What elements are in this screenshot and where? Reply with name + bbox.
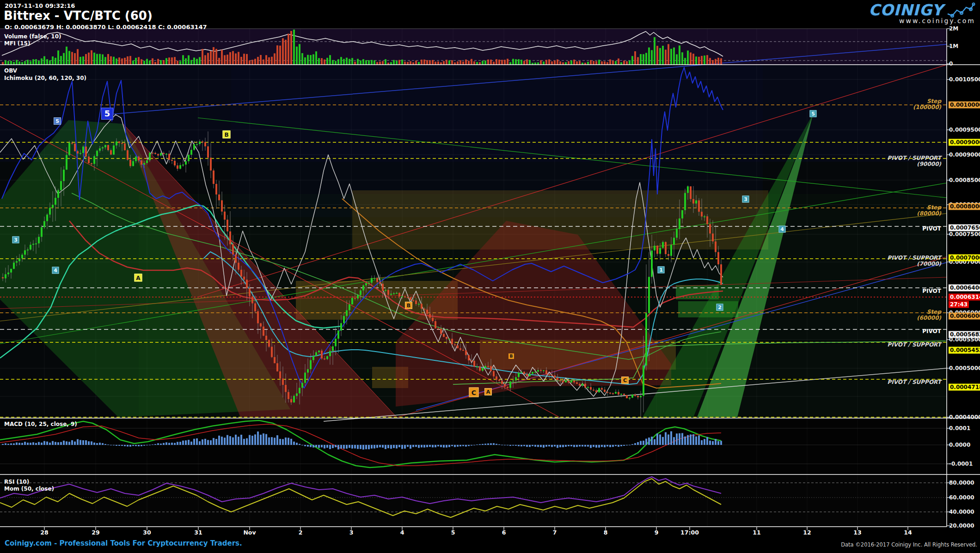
volume-indicator-label[interactable]: Volume (false, 10) (4, 33, 61, 40)
coinigy-wordmark: COINIGY (869, 1, 943, 19)
pattern-marker-b[interactable]: B (405, 302, 412, 309)
price-axis-tick-label: 0.00050000 (949, 365, 980, 372)
coinigy-logo[interactable]: COINIGY www.coinigy.com (869, 1, 975, 24)
price-level-callout: 0.00047185 (949, 384, 980, 391)
price-level-callout: 0.00070000 (949, 255, 980, 261)
time-axis-label: 8 (604, 529, 608, 536)
time-axis-label: 5 (451, 529, 455, 536)
pattern-marker-2[interactable]: 2 (717, 304, 723, 311)
pattern-marker-5[interactable]: 5 (810, 110, 817, 117)
time-axis-label: 14 (904, 529, 912, 536)
level-annotation: PIVOT / SUPPORT(90000) (887, 155, 941, 167)
level-annotation: Step(100000) (913, 98, 941, 110)
time-axis-label: 6 (502, 529, 506, 536)
pattern-marker-3[interactable]: 3 (12, 237, 19, 243)
level-annotation: PIVOT (922, 328, 941, 334)
time-axis-label: 2 (299, 529, 303, 536)
price-level-callout: 0.00090000 (949, 139, 980, 146)
price-axis-tick-label: 0.00075000 (949, 231, 980, 238)
pattern-marker-c[interactable]: C (621, 377, 629, 384)
price-level-callout: 0.00100000 (949, 102, 980, 109)
time-axis-label: 9 (655, 529, 659, 536)
time-axis-label: Nov (243, 529, 256, 536)
pattern-marker-b[interactable]: B (223, 131, 231, 139)
rsi-indicator-label[interactable]: RSI (10) (4, 479, 29, 485)
rsi-axis-label: 60.0000 (949, 494, 975, 501)
pattern-marker-5[interactable]: 5 (54, 117, 61, 125)
rsi-axis-label: 20.0000 (949, 523, 975, 529)
price-level-callout: 0.00054529 (949, 347, 980, 354)
level-annotation: PIVOT (922, 288, 941, 294)
sparkline-icon (946, 2, 975, 18)
pattern-marker-1[interactable]: 1 (658, 267, 665, 273)
price-axis-tick-label: 0.00105000 (949, 76, 980, 83)
volume-axis-label: 1M (949, 43, 959, 50)
pattern-marker-3[interactable]: 3 (742, 196, 749, 203)
macd-indicator-label[interactable]: MACD (10, 25, close, 9) (4, 421, 77, 427)
price-level-callout: 0.00080000 (949, 203, 980, 210)
time-axis-label: 7 (553, 529, 557, 536)
time-axis-label: 4 (400, 529, 404, 536)
time-axis-label: 3 (349, 529, 354, 536)
price-axis-tick-label: 0.00085000 (949, 177, 980, 184)
chart-timestamp: 2017-11-10 09:32:16 (5, 2, 75, 9)
level-annotation: PIVOT / SUPPORT(70000) (887, 255, 941, 267)
price-level-callout: 0.00064062 (949, 285, 980, 292)
mom-indicator-label[interactable]: Mom (50, close) (4, 486, 54, 492)
level-annotation: PIVOT (922, 226, 941, 232)
pattern-marker-4[interactable]: 4 (52, 267, 59, 274)
pattern-marker-a[interactable]: A (484, 388, 492, 395)
last-price-callout: 0.00063147 (949, 294, 980, 301)
time-axis-label: 31 (194, 529, 202, 536)
time-axis-label: 17:00 (680, 529, 699, 536)
volume-axis-label: 2M (949, 25, 959, 32)
footer-tagline[interactable]: Coinigy.com - Professional Tools For Cry… (5, 539, 242, 547)
rsi-axis-label: 80.0000 (949, 480, 975, 486)
time-axis-label: 28 (40, 529, 48, 536)
macd-axis-label: 0.0000 (949, 442, 971, 449)
rsi-axis-label: 40.0000 (949, 509, 975, 516)
level-annotation: PIVOT / SUPPORT (887, 379, 941, 385)
coinigy-chart-window: 2017-11-10 09:32:16 Bittrex - VTC/BTC (6… (0, 0, 980, 553)
price-level-callout: 0.00056831 (949, 331, 980, 338)
time-axis-label: 29 (92, 529, 99, 536)
mfi-indicator-label[interactable]: MFI (15) (4, 40, 30, 47)
pattern-marker-a[interactable]: A (135, 274, 142, 282)
chart-title: Bittrex - VTC/BTC (60) (4, 9, 153, 23)
time-axis-label: 30 (143, 529, 151, 536)
ichimoku-indicator-label[interactable]: Ichimoku (20, 60, 120, 30) (4, 75, 86, 81)
price-level-callout: 0.00060000 (949, 313, 980, 320)
pattern-marker-c[interactable]: C (469, 388, 479, 397)
time-axis-label: 11 (753, 529, 760, 536)
macd-axis-label: 0.0001 (949, 425, 971, 432)
price-axis-tick-label: 0.00090000 (949, 152, 980, 158)
level-annotation: Step(60000) (917, 309, 941, 321)
ohlc-readout: O: 0.00063679 H: 0.00063870 L: 0.0006241… (5, 24, 207, 30)
pattern-marker-5[interactable]: 5 (101, 108, 113, 120)
price-axis-tick-label: 0.00095000 (949, 127, 980, 134)
price-axis-tick-label: 0.00040000 (949, 414, 980, 421)
last-price-callout: 27:43 (949, 301, 969, 308)
level-annotation: Step(80000) (917, 205, 941, 217)
price-level-callout: 0.00076505 (949, 225, 980, 231)
pattern-marker-4[interactable]: 4 (779, 226, 786, 233)
time-axis-label: 13 (853, 529, 861, 536)
level-annotation: PIVOT / SUPPORT (887, 342, 941, 348)
time-axis-label: 12 (803, 529, 811, 536)
macd-axis-label: -0.0001 (949, 461, 973, 468)
footer-copyright: Data ©2016-2017 Coinigy Inc. All Rights … (841, 541, 977, 548)
volume-axis-label: 0 (949, 61, 953, 67)
obv-indicator-label[interactable]: OBV (4, 67, 17, 74)
pattern-marker-b[interactable]: B (508, 353, 514, 359)
